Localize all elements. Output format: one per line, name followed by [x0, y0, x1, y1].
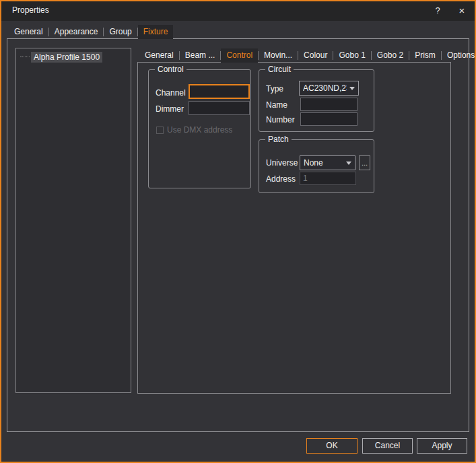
- universe-label: Universe: [266, 158, 298, 168]
- tab-general[interactable]: General: [9, 25, 48, 38]
- dropdown-arrow-icon: [346, 162, 351, 165]
- use-dmx-label: Use DMX address: [167, 125, 232, 135]
- subtab-control[interactable]: Control: [221, 48, 258, 63]
- fixture-tab-page: Alpha Profile 1500 General Beam ... Cont…: [7, 38, 469, 432]
- circuit-groupbox: Circuit Type AC230ND,23 Name Number: [259, 69, 374, 132]
- universe-dropdown-value: None: [304, 158, 343, 168]
- number-label: Number: [266, 115, 295, 124]
- type-label: Type: [266, 84, 283, 94]
- fixture-tree-panel: Alpha Profile 1500: [15, 48, 131, 393]
- tab-appearance[interactable]: Appearance: [49, 25, 104, 38]
- use-dmx-checkbox-row: Use DMX address: [156, 125, 232, 135]
- subtab-prism[interactable]: Prism: [409, 48, 441, 62]
- tab-group[interactable]: Group: [104, 25, 137, 38]
- subtab-options[interactable]: Options: [442, 48, 476, 62]
- type-dropdown[interactable]: AC230ND,23: [299, 81, 359, 96]
- subtab-beam[interactable]: Beam ...: [180, 48, 221, 62]
- tab-fixture[interactable]: Fixture: [138, 25, 174, 39]
- tree-item-label: Alpha Profile 1500: [31, 52, 102, 63]
- channel-input[interactable]: [189, 84, 250, 99]
- number-input[interactable]: [300, 112, 358, 126]
- patch-groupbox: Patch Universe None ... Address: [259, 139, 374, 193]
- dimmer-input[interactable]: [189, 101, 250, 115]
- apply-button[interactable]: Apply: [417, 438, 467, 454]
- patch-group-title: Patch: [265, 135, 292, 145]
- subtab-general[interactable]: General: [139, 48, 179, 62]
- name-input[interactable]: [300, 98, 358, 111]
- main-tabstrip: General Appearance Group Fixture: [9, 25, 173, 38]
- subtab-colour[interactable]: Colour: [298, 48, 333, 62]
- use-dmx-checkbox: [156, 127, 164, 134]
- browse-button[interactable]: ...: [359, 155, 370, 170]
- title-bar[interactable]: Properties ? ×: [0, 0, 476, 21]
- address-input: [300, 172, 356, 185]
- control-tab-content: Control Channel Dimmer Use DMX address C…: [137, 62, 451, 394]
- cancel-button[interactable]: Cancel: [362, 438, 413, 454]
- name-label: Name: [266, 100, 287, 110]
- dimmer-label: Dimmer: [156, 104, 184, 114]
- subtab-moving[interactable]: Movin...: [259, 48, 298, 62]
- tree-branch-icon: [20, 57, 30, 57]
- ok-button[interactable]: OK: [306, 438, 358, 454]
- universe-dropdown[interactable]: None: [300, 155, 355, 170]
- control-group-title: Control: [155, 65, 186, 75]
- dropdown-arrow-icon: [349, 87, 355, 90]
- tree-item-alpha-profile-1500[interactable]: Alpha Profile 1500: [20, 51, 102, 63]
- subtab-gobo-2[interactable]: Gobo 2: [372, 48, 409, 62]
- properties-window: Properties ? × General Appearance Group …: [0, 0, 476, 463]
- fixture-subtabstrip: General Beam ... Control Movin... Colour…: [139, 48, 476, 62]
- window-title: Properties: [12, 0, 49, 21]
- address-label: Address: [266, 174, 296, 184]
- control-groupbox: Control Channel Dimmer Use DMX address: [148, 69, 251, 188]
- type-dropdown-value: AC230ND,23: [303, 83, 347, 93]
- subtab-gobo-1[interactable]: Gobo 1: [333, 48, 370, 62]
- circuit-group-title: Circuit: [265, 65, 294, 75]
- channel-label: Channel: [156, 88, 186, 98]
- close-icon[interactable]: ×: [453, 0, 471, 21]
- help-icon[interactable]: ?: [429, 0, 446, 21]
